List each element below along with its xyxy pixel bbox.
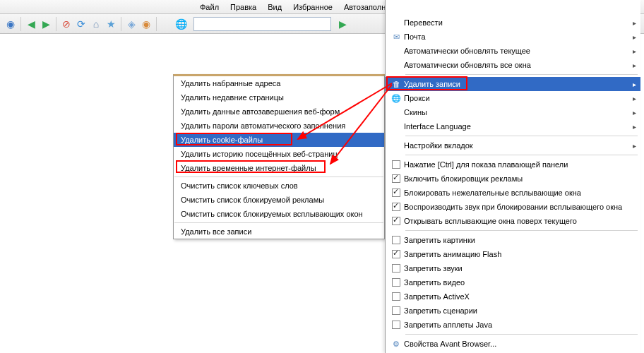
menu-item[interactable]: Настройки вкладок▸ (386, 138, 640, 152)
gear-icon: ⚙ (388, 340, 404, 349)
blank-icon (388, 236, 404, 244)
tools-menu: Перевести▸✉Почта▸Автоматически обновлять… (385, 0, 640, 353)
delete-records-submenu: Удалить набранные адреса Удалить недавни… (173, 74, 385, 239)
menu-item[interactable]: Нажатие [Ctrl] для показа плавающей пане… (386, 157, 640, 172)
checkbox[interactable] (392, 321, 400, 329)
submenu-item-delete-temp-files[interactable]: Удалить временные интернет-файлы (174, 161, 384, 175)
checkbox[interactable] (392, 217, 400, 225)
menu-item[interactable]: Перевести▸ (386, 16, 640, 30)
menu-item[interactable]: ⚙Свойства Avant Browser... (386, 337, 640, 351)
menu-item-label: Запретить картинки (404, 236, 636, 244)
menu-item-label: Interface Language (404, 122, 633, 131)
menu-item-label: Прокси (404, 94, 633, 102)
blank-icon (388, 160, 404, 169)
submenu-arrow-icon: ▸ (633, 61, 636, 69)
submenu-arrow-icon: ▸ (633, 142, 636, 150)
menu-item[interactable]: Открывать всплывающие окна поверх текуще… (386, 214, 640, 228)
menu-item-label: Запретить ActiveX (404, 292, 636, 301)
submenu-item[interactable]: Удалить недавние страницы (174, 90, 384, 104)
checkbox[interactable] (392, 292, 400, 301)
forward-icon[interactable]: ▶ (40, 18, 52, 30)
checkbox[interactable] (392, 264, 400, 273)
url-bar[interactable] (193, 17, 331, 31)
menu-item-label: Запретить анимацию Flash (404, 250, 636, 258)
submenu-item[interactable]: Очистить список ключевых слов (174, 179, 384, 193)
menu-item[interactable]: Включить блокировщик рекламы (386, 172, 640, 186)
history-icon[interactable]: ◈ (125, 18, 138, 30)
submenu-item[interactable]: Очистить список блокируемой рекламы (174, 193, 384, 207)
menu-item[interactable]: Скины▸ (386, 105, 640, 119)
checkbox[interactable] (392, 306, 400, 315)
back-icon[interactable]: ◀ (25, 18, 37, 30)
submenu-arrow-icon: ▸ (633, 33, 636, 41)
blank-icon (388, 189, 404, 197)
checkbox[interactable] (392, 160, 400, 169)
menu-item-label: Открывать всплывающие окна поверх текуще… (404, 217, 636, 225)
menu-view[interactable]: Вид (262, 1, 287, 13)
refresh-icon[interactable]: ⟳ (75, 18, 88, 30)
separator (405, 230, 638, 231)
checkbox[interactable] (392, 189, 400, 197)
submenu-item[interactable]: Удалить данные автозавершения веб-форм (174, 104, 384, 119)
menu-item-label: Запретить сценарии (404, 306, 636, 315)
submenu-item-delete-cookies[interactable]: Удалить cookie-файлы (174, 133, 384, 147)
menu-item[interactable]: ✉Почта▸ (386, 30, 640, 44)
checkbox[interactable] (392, 236, 400, 244)
favorites-icon[interactable]: ★ (105, 18, 117, 30)
blank-icon (388, 292, 404, 301)
menu-item[interactable]: Запретить анимацию Flash (386, 247, 640, 261)
menu-file[interactable]: Файл (194, 1, 225, 13)
menu-item-label: Свойства Avant Browser... (404, 340, 636, 348)
menu-item-label: Настройки вкладок (404, 141, 633, 150)
submenu-item[interactable]: Удалить пароли автоматического заполнени… (174, 119, 384, 133)
app-icon: ◉ (4, 18, 17, 30)
checkbox[interactable] (392, 278, 400, 287)
blank-icon (388, 278, 404, 287)
menu-item[interactable]: Запретить сценарии (386, 304, 640, 318)
submenu-arrow-icon: ▸ (633, 95, 636, 102)
blank-icon (388, 321, 404, 329)
menu-item[interactable]: Запретить картинки (386, 233, 640, 247)
menu-item-label: Почта (404, 32, 633, 41)
submenu-arrow-icon: ▸ (633, 123, 636, 131)
menu-item[interactable]: Блокировать нежелательные всплывающие ок… (386, 186, 640, 200)
submenu-item[interactable]: Удалить историю посещённых веб-страниц (174, 147, 384, 161)
menu-favorites[interactable]: Избранное (287, 1, 338, 13)
home-icon[interactable]: ⌂ (90, 18, 102, 30)
checkbox[interactable] (392, 203, 400, 211)
separator (56, 17, 56, 31)
globe-icon[interactable]: 🌐 (174, 18, 187, 30)
menu-item[interactable]: 🗑Удалить записи▸ (386, 77, 640, 91)
submenu-arrow-icon: ▸ (633, 19, 636, 27)
submenu-item[interactable]: Очистить список блокируемых всплывающих … (174, 207, 384, 221)
menu-item-label: Включить блокировщик рекламы (404, 174, 636, 183)
menu-item[interactable]: Запретить ActiveX (386, 289, 640, 304)
submenu-item-delete-all[interactable]: Удалить все записи (174, 225, 384, 239)
menu-item[interactable]: Автоматически обновлять текущее▸ (386, 44, 640, 58)
menu-item[interactable]: Запретить апплеты Java (386, 318, 640, 332)
separator (121, 17, 121, 31)
separator (405, 155, 638, 155)
menu-item[interactable]: 🌐Прокси▸ (386, 91, 640, 105)
menu-item-label: Блокировать нежелательные всплывающие ок… (404, 189, 636, 197)
separator (405, 334, 638, 335)
go-icon[interactable]: ▶ (336, 18, 349, 30)
menu-edit[interactable]: Правка (225, 1, 262, 13)
separator (174, 176, 383, 177)
submenu-arrow-icon: ▸ (633, 80, 636, 88)
blank-icon (388, 174, 404, 183)
stop-icon[interactable]: ⊘ (60, 18, 73, 30)
menu-item-label: Нажатие [Ctrl] для показа плавающей пане… (404, 160, 636, 169)
menu-item-label: Запретить звуки (404, 264, 636, 273)
menu-item[interactable]: Запретить звуки (386, 261, 640, 275)
menu-item[interactable]: Воспроизводить звук при блокировании всп… (386, 200, 640, 214)
separator (20, 17, 21, 31)
feed-icon[interactable]: ◉ (140, 18, 153, 30)
menu-item[interactable]: Автоматически обновлять все окна▸ (386, 58, 640, 72)
menu-item[interactable]: Interface Language▸ (386, 119, 640, 133)
checkbox[interactable] (392, 250, 400, 258)
menu-item[interactable]: Запретить видео (386, 275, 640, 289)
submenu-item[interactable]: Удалить набранные адреса (174, 76, 384, 90)
checkbox[interactable] (392, 174, 400, 183)
submenu-arrow-icon: ▸ (633, 109, 636, 116)
